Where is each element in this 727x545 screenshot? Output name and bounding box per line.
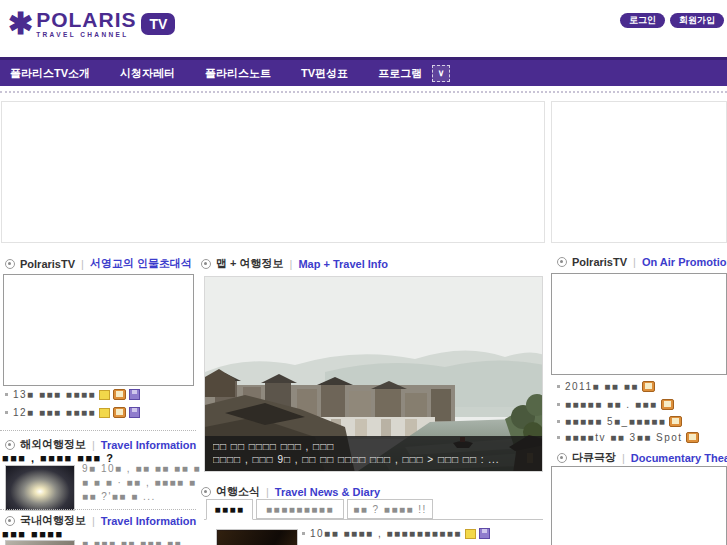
main-nav: 폴라리스TV소개 시청자레터 폴라리스노트 TV편성표 프로그램 ∨ [0,57,727,86]
nav-polaris-note[interactable]: 폴라리스노트 [205,66,271,81]
onair-item-text: ■■■■■ 5■_■■■■■ [565,416,666,427]
tv-icon [642,381,655,392]
onair-promo-box[interactable] [551,273,727,375]
onair-list-item[interactable]: 2011■ ■■ ■■ [557,381,655,392]
news-thumbnail[interactable] [216,529,298,545]
section-bullet-icon [5,516,15,526]
header-buttons: 로그인 회원가입 [620,13,724,28]
news-tab-label: ■■■■ [214,504,244,515]
section-title: 다큐극장 [572,450,616,465]
section-bullet-icon [5,440,15,450]
tv-icon [669,416,682,427]
list-item-text: 13■ ■■■ ■■■■ [13,389,96,400]
section-bullet-icon [201,487,211,497]
onair-item-text: 2011■ ■■ ■■ [565,381,639,392]
list-bullet [302,532,305,535]
onair-list-item[interactable]: ■■■■■ ■■ . ■■■ [557,399,674,410]
section-link-map-travel-info[interactable]: Map + Travel Info [298,258,388,270]
logo-text: POLARIS TRAVEL CHANNEL [36,10,136,38]
program-dropdown-button[interactable]: ∨ [432,65,450,82]
news-tab-3[interactable]: ■■ ? ■■■■ !! [347,499,433,519]
overseas-body-text: ■■ ?'■■ ■ ... [82,491,156,502]
list-bullet [557,385,560,388]
domestic-body-text: ■ ■■■ ■■ ■■■ ■■ [82,538,182,545]
section-title: PolrarisTV [572,256,627,268]
news-tab-baseline [204,519,543,520]
section-divider: | [622,452,625,464]
list-bullet [557,420,560,423]
login-button[interactable]: 로그인 [620,13,665,28]
image-icon [99,390,110,400]
list-bullet [5,411,8,414]
overseas-body-line: ■■ ?'■■ ■ ... [82,491,156,502]
onair-list-item[interactable]: ■■■■■ 5■_■■■■■ [557,416,682,427]
news-tab-2[interactable]: ■■■■■■■■■ [256,499,344,519]
chevron-down-icon: ∨ [438,69,445,78]
section-title: PolrarisTV [20,258,75,270]
domestic-thumbnail[interactable] [5,540,75,545]
dotted-separator [0,509,196,510]
nav-viewer-letter[interactable]: 시청자레터 [120,66,175,81]
list-item[interactable]: 13■ ■■■ ■■■■ [5,389,140,400]
overseas-body-text: ■ ■ ■ · ■■ , ■■■■ ■ [82,477,196,488]
section-title: 맵 + 여행정보 [216,256,284,271]
photo-caption-line: □□ □□ □□□□ □□□ , □□□ [213,440,534,453]
section-divider: | [266,486,269,498]
section-divider: | [92,515,95,527]
disk-icon [479,528,490,539]
tv-badge: TV [141,13,175,35]
section-link-documentary-theater[interactable]: Documentary Theater [631,452,727,464]
nav-program[interactable]: 프로그램 [378,66,422,81]
section-title: 국내여행정보 [20,513,86,528]
news-tab-1[interactable]: ■■■■ [206,499,253,520]
map-travel-photo[interactable]: □□ □□ □□□□ □□□ , □□□ □□□□ , □□□ 9□ , □□ … [204,276,543,472]
onair-item-text: ■■■■■ ■■ . ■■■ [565,399,658,410]
polaris-logo[interactable]: ✱ POLARIS TRAVEL CHANNEL TV [8,9,175,39]
section-title: 해외여행정보 [20,437,86,452]
section-link-travel-info[interactable]: Travel Information [101,439,196,451]
section-divider: | [92,439,95,451]
guest-show-video-box[interactable] [3,274,194,386]
disk-icon [129,389,140,400]
section-header-overseas-travel: 해외여행정보 | Travel Information [5,437,196,452]
disk-icon [129,407,140,418]
main-banner-box[interactable] [1,101,545,243]
section-link-travel-news[interactable]: Travel News & Diary [275,486,380,498]
news-tab-label: ■■■■■■■■■ [266,504,334,515]
tv-icon [686,432,699,443]
news-tab-label: ■■ ? ■■■■ !! [353,504,427,515]
list-item-text: 12■ ■■■ ■■■■ [13,407,96,418]
signup-button[interactable]: 회원가입 [670,13,724,28]
overseas-body-line: 9■ 10■ , ■■ ■■ ■■ ■ [82,463,201,474]
overseas-body-text: 9■ 10■ , ■■ ■■ ■■ ■ [82,463,201,474]
section-link-travel-info[interactable]: Travel Information [101,515,196,527]
nav-polaris-tv-intro[interactable]: 폴라리스TV소개 [10,66,90,81]
documentary-box[interactable] [551,466,727,545]
news-item-text: 10■■ ■■■■ , ■■■■■■■■■■ [310,528,462,539]
list-bullet [557,436,560,439]
overseas-thumbnail[interactable] [5,465,75,511]
section-bullet-icon [5,259,15,269]
news-list-item[interactable]: 10■■ ■■■■ , ■■■■■■■■■■ [302,528,490,539]
nav-tv-schedule[interactable]: TV편성표 [301,66,348,81]
section-title: 여행소식 [216,484,260,499]
image-icon [465,529,476,539]
section-header-domestic-travel: 국내여행정보 | Travel Information [5,513,196,528]
section-link-onair-promotion[interactable]: On Air Promotion [642,256,727,268]
section-link-guest-show[interactable]: 서영교의 인물초대석 [90,256,192,271]
tv-icon [113,389,126,400]
onair-list-item[interactable]: ■■■■tv ■■ 3■■ Spot [557,432,699,443]
side-banner-box[interactable] [551,101,727,243]
tv-icon [661,399,674,410]
section-bullet-icon [557,453,567,463]
section-divider: | [290,258,293,270]
list-item[interactable]: 12■ ■■■ ■■■■ [5,407,140,418]
domestic-headline[interactable]: ■■■ ■■■■ [2,528,64,540]
image-icon [99,408,110,418]
tv-icon [113,407,126,418]
list-bullet [5,393,8,396]
section-header-travel-news: 여행소식 | Travel News & Diary [201,484,380,499]
section-header-onair-promo: PolrarisTV | On Air Promotion [557,256,727,268]
nav-dotted-divider [0,91,727,93]
section-divider: | [633,256,636,268]
